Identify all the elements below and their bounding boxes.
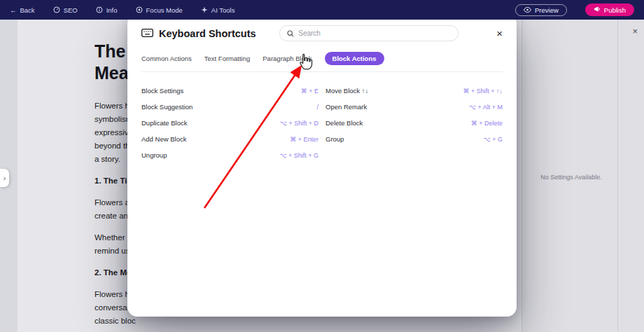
tab-paragraph-block[interactable]: Paragraph Block (262, 52, 312, 65)
modal-close-icon[interactable]: × (496, 28, 503, 39)
publish-label: Publish (604, 6, 626, 14)
keyboard-icon (141, 27, 153, 40)
seo-gauge-icon (53, 6, 60, 13)
modal-title: Keyboard Shortcuts (159, 28, 256, 39)
shortcut-row: Open Remark ⌥ + Alt + M (326, 99, 503, 115)
modal-header: Keyboard Shortcuts × (141, 25, 503, 41)
focus-mode-label: Focus Mode (146, 6, 183, 14)
shortcut-column-right: Move Block ↑↓ ⌘ + Shift + ↑↓ Open Remark… (326, 83, 503, 163)
shortcut-keys: ⌘ + E (301, 88, 318, 95)
preview-button[interactable]: Preview (515, 4, 567, 16)
info-button[interactable]: Info (96, 6, 118, 14)
eye-icon (524, 6, 531, 14)
seo-button[interactable]: SEO (53, 6, 78, 14)
shortcut-label: Group (326, 135, 344, 143)
keyboard-shortcuts-modal: Keyboard Shortcuts × Common Actions Text… (127, 14, 517, 317)
ai-sparkle-icon (201, 6, 208, 13)
shortcut-row: Delete Block ⌘ + Delete (326, 115, 503, 131)
tab-common-actions[interactable]: Common Actions (141, 52, 192, 65)
focus-target-icon (136, 6, 143, 13)
search-input[interactable] (298, 29, 451, 37)
shortcut-keys: ⌥ + Shift + G (279, 152, 318, 159)
shortcut-label: Delete Block (326, 119, 363, 127)
focus-mode-button[interactable]: Focus Mode (136, 6, 183, 14)
chevron-right-icon: › (4, 174, 6, 182)
shortcut-label: Ungroup (141, 151, 167, 159)
ai-tools-label: AI Tools (211, 6, 235, 14)
shortcut-keys: ⌘ + Enter (290, 136, 318, 143)
shortcut-keys: ⌥ + Alt + M (469, 104, 503, 111)
modal-title-wrap: Keyboard Shortcuts (141, 27, 256, 40)
seo-label: SEO (64, 6, 78, 14)
back-arrow-icon: ← (10, 6, 17, 14)
shortcut-label: Block Suggestion (141, 103, 192, 111)
sidebar-expander-chevron[interactable]: › (0, 169, 9, 187)
shortcut-grid: Block Settings ⌘ + E Block Suggestion / … (141, 83, 503, 163)
preview-label: Preview (535, 6, 559, 14)
shortcut-keys: ⌥ + G (483, 136, 503, 143)
shortcut-row: Block Suggestion / (141, 99, 318, 115)
megaphone-icon (594, 6, 601, 14)
top-toolbar: ← Back SEO Info Focus Mode AI Tools (0, 0, 644, 20)
shortcut-row: Block Settings ⌘ + E (141, 83, 318, 99)
shortcut-keys: ⌥ + Shift + D (280, 120, 318, 127)
shortcut-keys: ⌘ + Delete (471, 120, 503, 127)
info-label: Info (106, 6, 118, 14)
ai-tools-button[interactable]: AI Tools (201, 6, 235, 14)
search-icon (287, 27, 294, 40)
shortcut-column-left: Block Settings ⌘ + E Block Suggestion / … (141, 83, 318, 163)
shortcut-row: Ungroup ⌥ + Shift + G (141, 147, 318, 163)
shortcut-label: Move Block ↑↓ (326, 87, 368, 95)
shortcut-label: Duplicate Block (141, 119, 187, 127)
shortcut-row: Add New Block ⌘ + Enter (141, 131, 318, 147)
back-label: Back (20, 6, 35, 14)
shortcut-label: Block Settings (141, 87, 183, 95)
shortcut-search-box[interactable] (279, 25, 458, 41)
shortcut-label: Open Remark (326, 103, 367, 111)
shortcut-row: Move Block ↑↓ ⌘ + Shift + ↑↓ (326, 83, 503, 99)
info-icon (96, 6, 103, 13)
app-window: ← Back SEO Info Focus Mode AI Tools (0, 0, 644, 332)
shortcut-row: Duplicate Block ⌥ + Shift + D (141, 115, 318, 131)
shortcut-tabs: Common Actions Text Formatting Paragraph… (141, 52, 503, 72)
shortcut-label: Add New Block (141, 135, 186, 143)
shortcut-row: Group ⌥ + G (326, 131, 503, 147)
publish-button[interactable]: Publish (585, 4, 634, 16)
back-button[interactable]: ← Back (10, 6, 35, 14)
tab-text-formatting[interactable]: Text Formatting (204, 52, 250, 65)
tab-block-actions[interactable]: Block Actions (325, 52, 384, 65)
shortcut-keys: / (316, 104, 318, 111)
shortcut-keys: ⌘ + Shift + ↑↓ (463, 88, 503, 95)
